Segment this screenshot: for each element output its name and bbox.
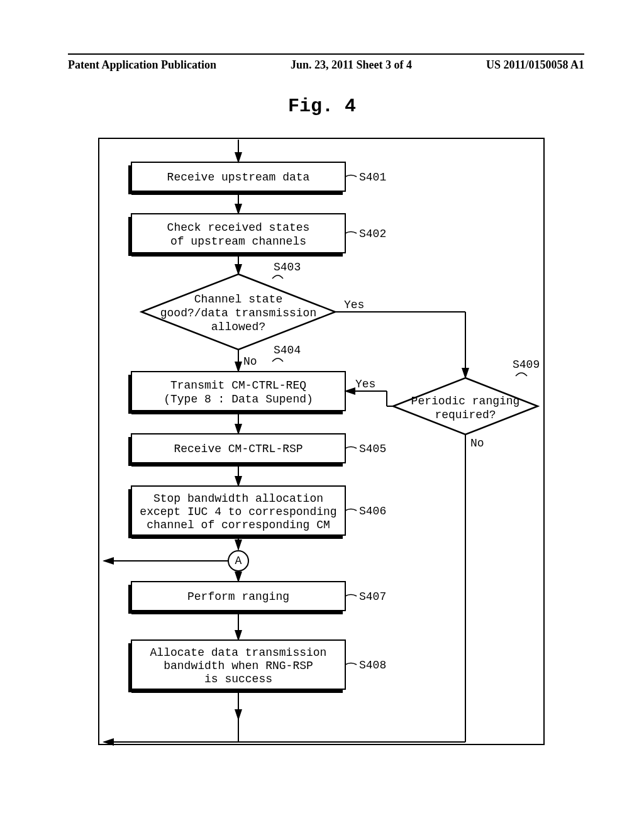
svg-rect-26 <box>131 611 343 614</box>
decision-s403: Channel state good?/data transmission al… <box>142 261 335 350</box>
step-s408-text2: bandwidth when RNG-RSP <box>164 660 313 672</box>
header-left: Patent Application Publication <box>68 58 216 72</box>
svg-rect-2 <box>131 191 343 195</box>
branch-yes-label: Yes <box>355 378 375 390</box>
step-s401-text: Receive upstream data <box>167 171 310 184</box>
svg-rect-5 <box>131 253 343 257</box>
svg-rect-25 <box>128 585 132 614</box>
step-s402-text1: Check received states <box>167 221 310 234</box>
branch-s409-yes: Yes <box>345 378 393 406</box>
branch-yes-label: Yes <box>344 299 364 311</box>
step-s407-label: S407 <box>359 590 386 603</box>
svg-rect-18 <box>128 437 132 466</box>
step-s404-text2: (Type 8 : Data Supend) <box>164 393 313 406</box>
svg-rect-4 <box>128 217 132 256</box>
flowchart: Receive upstream data S401 Check receive… <box>97 137 563 750</box>
step-s407-text: Perform ranging <box>187 590 289 603</box>
connector-a: A <box>228 551 248 571</box>
step-s404: Transmit CM-CTRL-REQ (Type 8 : Data Supe… <box>128 344 345 414</box>
step-s406: Stop bandwidth allocation except IUC 4 t… <box>128 486 386 539</box>
decision-s409-label: S409 <box>513 358 540 371</box>
svg-rect-21 <box>128 489 132 538</box>
step-s401-label: S401 <box>359 171 386 184</box>
decision-s403-label: S403 <box>274 261 301 274</box>
header-center: Jun. 23, 2011 Sheet 3 of 4 <box>291 58 412 72</box>
decision-s409: Periodic ranging required? S409 <box>393 358 540 434</box>
step-s406-label: S406 <box>359 505 386 517</box>
svg-rect-28 <box>128 643 132 692</box>
decision-s409-text2: required? <box>435 409 496 421</box>
decision-s403-text3: allowed? <box>211 321 265 333</box>
branch-no-label: No <box>243 355 257 368</box>
step-s408-text3: is success <box>204 673 272 685</box>
step-s405-text: Receive CM-CTRL-RSP <box>174 443 303 455</box>
step-s408-label: S408 <box>359 659 386 672</box>
step-s402-label: S402 <box>359 228 386 240</box>
svg-rect-22 <box>131 535 343 539</box>
step-s407: Perform ranging S407 <box>128 582 386 614</box>
connector-a-label: A <box>235 555 242 567</box>
step-s406-text1: Stop bandwidth allocation <box>153 492 323 505</box>
svg-rect-11 <box>131 411 343 414</box>
step-s406-text2: except IUC 4 to corresponding <box>140 506 336 518</box>
step-s405-label: S405 <box>359 443 386 455</box>
branch-s403-yes: Yes <box>335 299 465 378</box>
header-divider <box>68 53 584 55</box>
svg-rect-1 <box>128 165 132 194</box>
branch-s409-no: No <box>465 434 484 742</box>
svg-rect-19 <box>131 463 343 467</box>
decision-s409-text1: Periodic ranging <box>411 395 520 407</box>
step-s404-text1: Transmit CM-CTRL-REQ <box>170 379 306 392</box>
step-s402: Check received states of upstream channe… <box>128 214 386 257</box>
step-s405: Receive CM-CTRL-RSP S405 <box>128 434 386 467</box>
step-s402-text2: of upstream channels <box>170 235 306 248</box>
decision-s403-text1: Channel state <box>194 293 282 306</box>
decision-s403-text2: good?/data transmission <box>160 307 316 319</box>
step-s408: Allocate data transmission bandwidth whe… <box>128 640 386 693</box>
header-right: US 2011/0150058 A1 <box>486 58 584 72</box>
step-s406-text3: channel of corresponding CM <box>147 519 330 531</box>
svg-rect-29 <box>131 689 343 693</box>
svg-rect-10 <box>128 375 132 414</box>
step-s408-text1: Allocate data transmission <box>150 646 327 659</box>
step-s404-label: S404 <box>274 344 301 357</box>
step-s401: Receive upstream data S401 <box>128 162 386 195</box>
figure-title: Fig. 4 <box>0 96 644 117</box>
document-header: Patent Application Publication Jun. 23, … <box>0 53 644 72</box>
branch-no-label: No <box>470 437 484 450</box>
